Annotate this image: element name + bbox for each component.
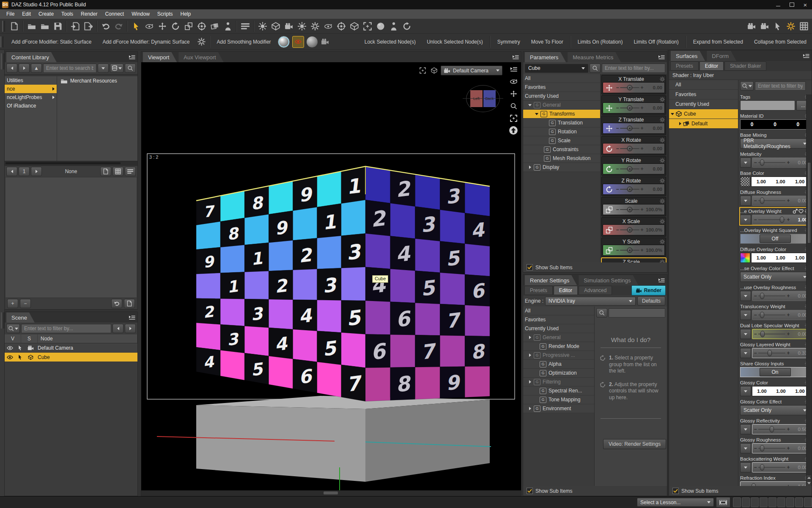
panel-menu-icon[interactable] (656, 276, 667, 284)
group-list-item[interactable]: Rotation (523, 127, 600, 136)
universal-tool-icon[interactable] (195, 20, 208, 32)
decrement-button[interactable] (752, 445, 758, 451)
increment-button[interactable] (785, 464, 791, 470)
slider-track[interactable]: 1.00 (752, 215, 810, 225)
surface-property[interactable]: Glossy Reflectivity 0.50 0.50 (740, 417, 810, 435)
texture-thumbnail[interactable] (740, 177, 750, 187)
spot-render-icon[interactable] (758, 20, 771, 32)
lesson-page-button[interactable] (777, 497, 785, 507)
refresh-icon[interactable] (111, 299, 122, 308)
menu-item[interactable]: Scripts (154, 11, 177, 17)
merge-file-icon[interactable] (38, 20, 51, 32)
map-dropdown-button[interactable] (740, 215, 751, 225)
increment-button[interactable] (785, 331, 791, 337)
lesson-page-button[interactable] (742, 497, 750, 507)
search-icon[interactable] (740, 81, 754, 91)
slider-handle[interactable] (760, 198, 764, 204)
slider-track[interactable] (615, 245, 645, 255)
increment-button[interactable] (639, 125, 645, 131)
increment-button[interactable] (785, 445, 791, 451)
increment-button[interactable] (785, 198, 791, 204)
toolbar-extra-icon-12[interactable] (400, 20, 413, 32)
scene-search-icon[interactable] (6, 324, 20, 333)
panel-menu-icon[interactable] (126, 313, 137, 322)
content-file-area[interactable]: + − (5, 177, 137, 309)
decrement-button[interactable] (752, 331, 758, 337)
decrement-button[interactable] (752, 312, 758, 318)
tab-dform[interactable]: DForm (707, 51, 736, 61)
group-list-item[interactable]: Environment (523, 404, 594, 413)
view-navigation-cube[interactable]: Left Back (465, 83, 501, 113)
slider-value[interactable]: 0.00 (645, 105, 664, 110)
dforce-gears-icon[interactable] (195, 36, 208, 47)
nav-face-back[interactable]: Back (483, 90, 496, 107)
material-id-values[interactable]: 000 (740, 119, 810, 130)
node-action-button[interactable]: Limits On (Rotation) (572, 39, 628, 45)
group-list-item[interactable]: All (523, 74, 600, 83)
slider-handle[interactable] (760, 331, 765, 337)
slider-track[interactable] (615, 83, 645, 93)
add-dforce-dynamic-button[interactable]: Add dForce Modifier: Dynamic Surface (97, 39, 195, 45)
surface-tree-item[interactable]: Currently Used (669, 99, 738, 109)
decrement-button[interactable] (615, 227, 620, 233)
panel-menu-icon[interactable] (656, 53, 667, 61)
slider-track[interactable] (615, 103, 645, 113)
surface-property[interactable]: Refraction Index 1.50 1.50 (740, 474, 810, 486)
dropdown-control[interactable]: Scatter Only (740, 405, 810, 415)
surface-property[interactable]: Material ID 000 (740, 112, 810, 130)
slider-track[interactable] (615, 225, 645, 235)
increment-button[interactable] (785, 426, 791, 432)
toolbar-extra-icon-7[interactable] (335, 20, 348, 32)
close-button[interactable]: × (798, 0, 812, 9)
view-sort-icon[interactable] (100, 167, 111, 176)
checkbox-checked-icon[interactable] (527, 264, 533, 271)
camera-view-icon[interactable] (319, 36, 332, 47)
surface-tree-item[interactable]: Favorites (669, 90, 738, 99)
group-list-item[interactable]: General (523, 333, 594, 342)
tab-measure-metrics[interactable]: Measure Metrics (568, 52, 621, 62)
visibility-eye-icon[interactable] (5, 355, 15, 360)
group-list-item[interactable]: All (523, 306, 594, 315)
group-list-item[interactable]: General (523, 101, 600, 110)
add-button[interactable]: + (7, 299, 18, 308)
parameter-slider[interactable]: X Rotate 0.00 (601, 136, 666, 155)
figure-selection-tool-icon[interactable] (221, 20, 234, 32)
engine-selector[interactable]: NVIDIA Iray (545, 297, 636, 306)
group-list-item[interactable]: Progressive ... (523, 351, 594, 360)
reset-view-icon[interactable] (508, 126, 518, 135)
slider-track[interactable]: 0.00 (752, 462, 810, 472)
vertical-scrollbar[interactable] (806, 94, 812, 486)
increment-button[interactable] (785, 312, 791, 318)
remove-button[interactable]: − (20, 299, 31, 308)
toolbar-grip[interactable] (2, 21, 5, 32)
decrement-button[interactable] (615, 186, 620, 192)
surface-property[interactable]: Base Color 1.001.001.00 (740, 169, 810, 187)
horizontal-scrollbar[interactable] (5, 161, 137, 166)
increment-button[interactable] (639, 207, 645, 213)
surface-property[interactable]: ...e Overlay Weight 1.00 1.00 (740, 207, 810, 225)
minimize-button[interactable] (771, 0, 785, 9)
slider-value[interactable]: 0.00 (645, 85, 664, 90)
scene-prev-button[interactable] (112, 324, 123, 333)
lesson-page-button[interactable] (751, 497, 759, 507)
slider-value[interactable]: 100.0% (645, 207, 664, 212)
group-list-item[interactable]: Display (523, 163, 600, 172)
aux-viewport-icon[interactable] (771, 20, 784, 32)
orbit-view-icon[interactable] (508, 77, 518, 86)
map-dropdown-button[interactable] (740, 443, 751, 453)
slider-handle[interactable] (780, 217, 784, 223)
slider-track[interactable]: 0.00 (752, 443, 810, 453)
tab-viewport[interactable]: Viewport (143, 52, 177, 62)
color-values[interactable]: 1.001.001.00 (752, 386, 810, 396)
page-next-button[interactable] (31, 167, 42, 176)
link-icon[interactable] (793, 209, 798, 214)
scrollbar-handle[interactable] (807, 162, 811, 243)
show-sub-items-row[interactable]: Show Sub Items (669, 486, 812, 496)
decrement-button[interactable] (615, 247, 620, 253)
parameter-slider[interactable]: X Translate 0.00 (601, 75, 666, 94)
defaults-button[interactable]: Defaults (637, 296, 665, 306)
gear-icon[interactable] (660, 97, 665, 102)
lesson-page-button[interactable] (768, 497, 776, 507)
surface-property[interactable]: Base Mixing PBR Metallicity/Roughnes (740, 131, 810, 149)
lesson-page-button[interactable] (760, 497, 768, 507)
